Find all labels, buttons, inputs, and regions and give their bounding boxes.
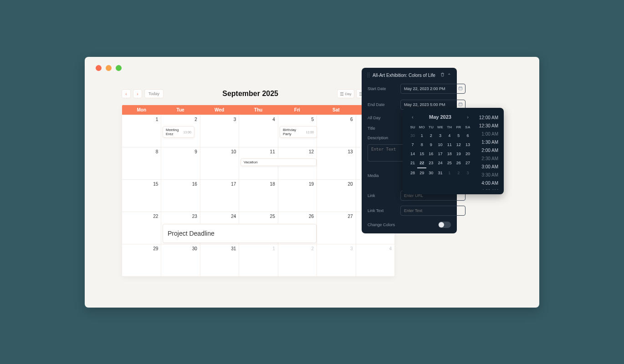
day-cell[interactable]: 4 [239,115,277,147]
day-header: Sat [317,105,355,115]
day-cell[interactable]: 10 [200,147,239,179]
datepicker-day-cell[interactable]: 12 [454,140,463,149]
window-zoom-dot[interactable] [116,65,122,71]
day-cell[interactable]: 17 [200,180,239,212]
datepicker-day-cell[interactable]: 30 [408,131,417,140]
datepicker-day-cell[interactable]: 21 [408,158,417,168]
datepicker-day-cell[interactable]: 22 [417,158,426,168]
datepicker-day-cell[interactable]: 1 [417,131,426,140]
datepicker-week: 28293031123 [408,168,472,177]
datepicker-day-cell[interactable]: 5 [454,131,463,140]
time-picker-list[interactable]: 12:00 AM12:30 AM1:00 AM1:30 AM2:00 AM2:3… [474,114,500,190]
day-cell[interactable]: 16 [161,180,199,212]
day-cell[interactable]: 20 [317,180,355,212]
view-day-button[interactable]: Day [337,89,354,98]
datepicker-day-cell[interactable]: 30 [426,168,435,177]
event-birthday[interactable]: Birthday Party 13:00 [280,126,317,138]
time-option[interactable]: 1:00 AM [474,131,500,137]
datepicker-day-cell[interactable]: 10 [435,140,445,149]
event-meeting[interactable]: Meeting Erez 13:00 [163,126,194,138]
datepicker-day-cell[interactable]: 27 [463,158,472,168]
datepicker-day-cell[interactable]: 31 [435,168,445,177]
day-cell[interactable]: 29 [122,244,161,276]
time-option[interactable]: 2:00 AM [474,147,500,154]
day-cell[interactable]: 9 [161,147,199,179]
datepicker-day-cell[interactable]: 15 [417,149,426,158]
day-cell[interactable]: 31 [200,244,239,276]
datepicker-day-cell[interactable]: 23 [426,158,435,168]
datepicker-day-cell[interactable]: 26 [454,158,463,168]
event-title: Project Deadline [168,230,215,237]
datepicker-day-cell[interactable]: 2 [454,168,463,177]
calendar-icon[interactable] [458,102,463,107]
datepicker-day-cell[interactable]: 7 [408,140,417,149]
day-cell[interactable]: 8 [122,147,161,179]
datepicker-day-cell[interactable]: 20 [463,149,472,158]
datepicker-day-cell[interactable]: 8 [417,140,426,149]
day-cell[interactable]: 13 [317,147,355,179]
field-label: Title [368,126,400,131]
day-cell[interactable]: 18 [239,180,277,212]
day-cell[interactable]: 3 [200,115,239,147]
day-cell[interactable]: 27 [317,212,355,244]
datepicker-day-cell[interactable]: 24 [435,158,445,168]
datepicker-day-cell[interactable]: 9 [426,140,435,149]
datepicker-prev-button[interactable]: ‹ [410,114,415,120]
day-cell[interactable]: 4 [356,244,394,276]
day-cell[interactable]: 15 [122,180,161,212]
calendar-toolbar: ‹ › Today September 2025 Day Week Month [122,89,395,98]
link-text-input[interactable] [400,206,465,216]
day-cell[interactable]: 1 [239,244,277,276]
datepicker-day-cell[interactable]: 11 [445,140,454,149]
time-option[interactable]: 2:30 AM [474,155,500,162]
prev-month-button[interactable]: ‹ [122,89,131,98]
collapse-icon[interactable]: ⌃ [447,73,451,78]
next-month-button[interactable]: › [133,89,142,98]
datepicker-next-button[interactable]: › [465,114,471,120]
day-header: Mon [122,105,161,115]
time-option[interactable]: 3:30 AM [474,172,500,178]
time-option[interactable]: 3:00 AM [474,163,500,170]
window-close-dot[interactable] [96,65,102,71]
day-header: Wed [200,105,239,115]
datepicker-day-cell[interactable]: 3 [435,131,445,140]
day-cell[interactable]: 30 [161,244,199,276]
calendar-week: 29 30 31 1 2 3 4 [122,244,394,276]
field-label: All Day [368,116,400,120]
day-cell[interactable]: 1 [122,115,161,147]
calendar-icon[interactable] [458,86,463,91]
datepicker-day-cell[interactable]: 16 [426,149,435,158]
day-cell[interactable]: 2 [278,244,317,276]
event-deadline[interactable]: Project Deadline [163,224,317,243]
day-cell[interactable]: 22 [122,212,161,244]
datepicker-day-cell[interactable]: 28 [408,168,417,177]
datepicker-day-cell[interactable]: 13 [463,140,472,149]
datepicker-day-cell[interactable]: 2 [426,131,435,140]
time-option[interactable]: 4:30 AM [474,188,500,190]
day-cell[interactable]: 6 [317,115,355,147]
datepicker-day-cell[interactable]: 19 [454,149,463,158]
change-colors-toggle[interactable] [438,222,451,228]
datepicker-day-cell[interactable]: 14 [408,149,417,158]
field-label: End Date [368,102,400,107]
today-button[interactable]: Today [144,89,164,98]
time-option[interactable]: 1:30 AM [474,139,500,146]
datepicker-day-cell[interactable]: 4 [445,131,454,140]
drag-grip-icon[interactable] [368,73,370,77]
datepicker-day-cell[interactable]: 6 [463,131,472,140]
delete-button[interactable] [440,72,445,78]
start-date-input[interactable] [400,84,465,94]
datepicker-day-cell[interactable]: 17 [435,149,445,158]
day-cell[interactable]: 19 [278,180,317,212]
time-option[interactable]: 4:00 AM [474,180,500,187]
time-option[interactable]: 12:00 AM [474,114,500,121]
event-vacation[interactable]: Vacation [240,158,317,166]
datepicker-day-cell[interactable]: 18 [445,149,454,158]
window-minimize-dot[interactable] [106,65,112,71]
datepicker-day-cell[interactable]: 29 [417,168,426,177]
time-option[interactable]: 12:30 AM [474,122,500,129]
day-cell[interactable]: 3 [317,244,355,276]
datepicker-day-cell[interactable]: 25 [445,158,454,168]
datepicker-day-cell[interactable]: 1 [445,168,454,177]
datepicker-day-cell[interactable]: 3 [463,168,472,177]
